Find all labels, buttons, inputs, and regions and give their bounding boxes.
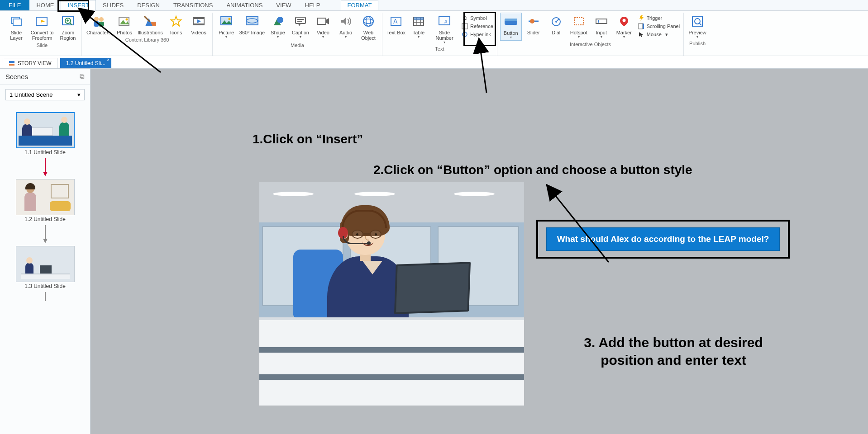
menu-format[interactable]: FORMAT (341, 0, 379, 10)
shape-icon (270, 14, 286, 29)
icons-button[interactable]: Icons (165, 13, 187, 36)
text-box-button[interactable]: A Text Box (385, 13, 407, 36)
slide-content[interactable] (259, 182, 524, 406)
svg-marker-3 (41, 20, 45, 23)
marker-button[interactable]: Marker▾ (613, 13, 635, 40)
svg-point-11 (99, 17, 104, 22)
table-button[interactable]: Table▾ (408, 13, 429, 40)
web-object-icon (361, 14, 376, 29)
svg-text:#: # (444, 19, 448, 24)
workspace: Scenes ⧉ 1 Untitled Scene ▾ 1.1 Untitled… (0, 69, 868, 434)
shape-button[interactable]: Shape▾ (267, 13, 289, 40)
slide-leap-button[interactable]: What should Alex do according to the LEA… (546, 227, 780, 251)
scenes-panel: Scenes ⧉ 1 Untitled Scene ▾ 1.1 Untitled… (0, 69, 91, 434)
story-view-tab[interactable]: STORY VIEW (3, 58, 57, 68)
illustrations-button[interactable]: Illustrations (136, 13, 164, 36)
slide-tab[interactable]: 1.2 Untitled Sli... × (60, 58, 111, 68)
video-icon (315, 14, 331, 29)
picture-button[interactable]: Picture▾ (215, 13, 237, 40)
canvas[interactable]: What should Alex do according to the LEA… (91, 69, 868, 434)
thumb-1-1[interactable] (16, 112, 75, 148)
menu-animations[interactable]: ANIMATIONS (219, 0, 269, 10)
story-view-icon (9, 60, 15, 66)
slide-number-icon: # (437, 14, 452, 29)
close-icon[interactable]: × (107, 57, 110, 62)
audio-button[interactable]: Audio▾ (335, 13, 357, 40)
svg-rect-61 (574, 18, 583, 25)
360-image-button[interactable]: 360° Image (238, 13, 266, 36)
dial-icon (548, 14, 564, 29)
group-publish-label: Publish (689, 40, 706, 47)
picture-icon (219, 14, 234, 29)
slide-layer-button[interactable]: Slide Layer (5, 13, 27, 42)
photos-icon (117, 14, 132, 29)
thumb-1-3[interactable] (16, 246, 75, 282)
group-media-label: Media (291, 42, 304, 49)
svg-rect-36 (318, 18, 326, 24)
svg-point-64 (622, 19, 625, 22)
button-button[interactable]: Button▾ (500, 13, 522, 41)
scrolling-panel-button[interactable]: Scrolling Panel (638, 23, 680, 30)
caption-button[interactable]: Caption▾ (290, 13, 311, 40)
svg-point-41 (366, 16, 371, 26)
svg-marker-35 (298, 24, 301, 26)
mouse-cursor-icon (638, 31, 645, 38)
undock-icon[interactable]: ⧉ (80, 72, 85, 80)
monitor-icon (395, 263, 472, 324)
svg-marker-77 (43, 239, 48, 243)
group-text-label: Text (435, 45, 444, 53)
svg-marker-38 (341, 17, 346, 25)
thumb-1-2-label: 1.2 Untitled Slide (24, 216, 66, 222)
slide-number-button[interactable]: # Slide Number▾ (430, 13, 458, 45)
preview-icon (690, 14, 705, 29)
menu-home[interactable]: HOME (29, 0, 61, 10)
dial-button[interactable]: Dial (545, 13, 567, 36)
slider-button[interactable]: Slider (523, 13, 544, 36)
flow-arrow-3 (45, 292, 46, 310)
ribbon: Slide Layer Convert to Freeform Zoom Reg… (0, 11, 868, 56)
trigger-button[interactable]: Trigger (638, 14, 680, 22)
svg-point-9 (94, 17, 99, 21)
thumb-1-2[interactable] (16, 179, 75, 215)
menu-transitions[interactable]: TRANSITIONS (167, 0, 219, 10)
text-box-icon: A (388, 14, 404, 29)
video-button[interactable]: Video▾ (312, 13, 334, 40)
menu-help[interactable]: HELP (298, 0, 327, 10)
mouse-button[interactable]: Mouse▾ (638, 31, 680, 38)
svg-marker-65 (639, 15, 644, 21)
interactive-stacked: Trigger Scrolling Panel Mouse▾ (636, 13, 681, 38)
hotspot-button[interactable]: Hotspot▾ (568, 13, 590, 40)
annotation-1: 1.Click on “Insert” (253, 132, 363, 146)
thumb-1-3-label: 1.3 Untitled Slide (24, 283, 66, 289)
input-button[interactable]: Input▾ (591, 13, 612, 40)
marker-icon (616, 14, 632, 29)
table-icon (411, 14, 426, 29)
photos-button[interactable]: Photos (114, 13, 135, 36)
icons-icon (168, 14, 184, 29)
convert-freeform-button[interactable]: Convert to Freeform (28, 13, 56, 42)
scene-dropdown[interactable]: 1 Untitled Scene ▾ (5, 89, 85, 100)
doc-tabs: STORY VIEW 1.2 Untitled Sli... × (0, 56, 868, 69)
svg-point-39 (363, 16, 373, 26)
group-content-label: Content Library 360 (125, 36, 169, 44)
input-icon (594, 14, 609, 29)
svg-text:A: A (393, 18, 398, 25)
menu-design[interactable]: DESIGN (130, 0, 167, 10)
menu-slides[interactable]: SLIDES (96, 0, 130, 10)
menu-file[interactable]: FILE (0, 0, 29, 10)
web-object-button[interactable]: Web Object (358, 13, 379, 42)
svg-rect-55 (505, 19, 517, 21)
characters-button[interactable]: Characters (85, 13, 113, 36)
menu-view[interactable]: VIEW (269, 0, 298, 10)
flow-arrow-1 (45, 158, 46, 176)
svg-point-57 (530, 19, 534, 24)
svg-marker-75 (43, 172, 48, 176)
trigger-icon (638, 14, 645, 22)
videos-button[interactable]: Videos (188, 13, 210, 36)
preview-button[interactable]: Preview▾ (687, 13, 708, 40)
menu-bar: FILE HOME INSERT SLIDES DESIGN TRANSITIO… (0, 0, 868, 11)
hotspot-icon (571, 14, 587, 29)
annotation-3: 3. Add the button at desired position an… (556, 334, 791, 369)
zoom-region-button[interactable]: Zoom Region (57, 13, 79, 42)
thumb-1-1-label: 1.1 Untitled Slide (24, 149, 66, 156)
